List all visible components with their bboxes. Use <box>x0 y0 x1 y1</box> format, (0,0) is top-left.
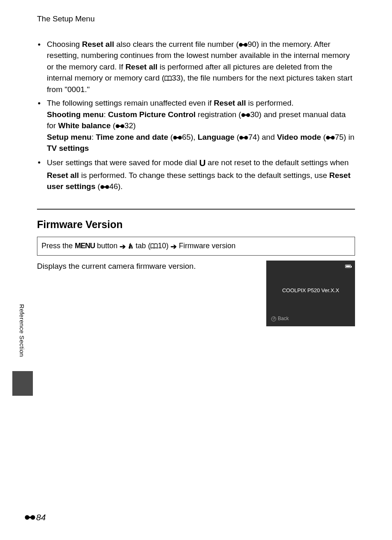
text: registration ( <box>196 110 241 119</box>
ref-number: 90 <box>248 40 256 48</box>
svg-point-9 <box>120 125 124 128</box>
text: ( <box>95 182 100 191</box>
battery-icon <box>345 265 351 268</box>
mode-dial-u-icon: U <box>199 157 205 170</box>
side-section-label: Reference Section <box>17 304 26 357</box>
bold-tv-settings: TV settings <box>47 144 89 152</box>
camera-screen-preview: COOLPIX P520 Ver.X.X ↺ Back <box>266 261 355 326</box>
ref-number: 65 <box>182 133 191 141</box>
bold-reset-all: Reset all <box>47 171 79 180</box>
book-ref: 33 <box>172 74 180 82</box>
ref-number: 75 <box>335 133 344 141</box>
firmware-description: Displays the current camera firmware ver… <box>37 261 259 272</box>
arrow-right-icon: ➔ <box>120 241 126 252</box>
page-header: The Setup Menu <box>37 13 355 25</box>
text: The following settings remain unaffected… <box>47 99 214 107</box>
back-circle-icon: ↺ <box>271 316 276 321</box>
text: ) <box>166 242 171 250</box>
bullet-item-1: Choosing Reset all also clears the curre… <box>38 39 355 95</box>
section-divider <box>37 209 355 210</box>
text: ( <box>168 133 173 141</box>
svg-point-12 <box>178 136 182 139</box>
text: User settings that were saved for mode d… <box>47 158 199 167</box>
text: ( <box>111 121 115 130</box>
text: button <box>95 242 120 250</box>
page-number-value: 84 <box>36 511 46 524</box>
bold-tzd: Time zone and date <box>96 133 168 141</box>
book-ref: 10 <box>158 242 166 250</box>
bold-reset-all: Reset all <box>82 40 114 48</box>
bold-shooting-menu: Shooting menu <box>47 110 104 119</box>
menu-button-label: MENU <box>75 242 95 250</box>
text: are not reset to the default settings wh… <box>205 158 349 167</box>
bullet-item-2: The following settings remain unaffected… <box>38 97 355 154</box>
reference-icon <box>173 135 182 141</box>
bold-video-mode: Video mode <box>277 133 321 141</box>
back-label: Back <box>278 315 289 322</box>
svg-point-21 <box>105 185 109 189</box>
ref-number: 30 <box>250 110 259 119</box>
text: ( <box>235 133 240 141</box>
ref-number: 32 <box>125 121 133 130</box>
navigation-path-box: Press the MENU button ➔ tab (10) ➔ Firmw… <box>37 237 355 256</box>
svg-point-15 <box>244 136 248 139</box>
text: ) <box>133 121 136 130</box>
svg-point-23 <box>25 515 30 519</box>
text: ( <box>321 133 326 141</box>
bold-setup-menu: Setup menu <box>47 133 92 141</box>
back-indicator: ↺ Back <box>271 315 289 322</box>
reference-icon <box>239 42 248 48</box>
svg-point-2 <box>244 43 247 46</box>
svg-point-18 <box>331 136 334 139</box>
text: is performed. <box>246 99 293 107</box>
reference-icon <box>100 184 109 190</box>
text: ), <box>191 133 198 141</box>
text: ) in <box>344 133 354 141</box>
text: Press the <box>42 242 75 250</box>
arrow-right-icon: ➔ <box>171 241 177 252</box>
book-icon <box>164 76 172 81</box>
section-heading-firmware: Firmware Version <box>37 217 355 232</box>
bold-language: Language <box>198 133 235 141</box>
bold-cpc: Custom Picture Control <box>108 110 196 119</box>
text: : <box>104 110 108 119</box>
text: : <box>92 133 96 141</box>
side-tab-marker <box>12 371 33 396</box>
text: ) and <box>257 133 277 141</box>
text: Choosing <box>47 40 82 48</box>
wrench-icon <box>128 242 134 249</box>
reference-icon <box>115 123 125 129</box>
text: also clears the current file number ( <box>114 40 239 48</box>
ref-number: 46 <box>109 182 118 191</box>
text: Firmware version <box>177 242 235 250</box>
firmware-version-text: COOLPIX P520 Ver.X.X <box>266 287 355 295</box>
reference-icon <box>239 135 248 141</box>
page-number: 84 <box>25 511 46 524</box>
bullet-item-3: User settings that were saved for mode d… <box>38 157 355 192</box>
svg-point-6 <box>246 113 250 117</box>
text: ). <box>118 182 123 191</box>
reference-icon <box>241 112 250 118</box>
text: tab ( <box>134 242 150 250</box>
book-icon <box>150 243 158 249</box>
bold-reset-all: Reset all <box>125 62 157 71</box>
ref-number: 74 <box>248 133 257 141</box>
bullet-list: Choosing Reset all also clears the curre… <box>38 39 355 192</box>
text: is performed. To change these settings b… <box>79 171 329 180</box>
bold-reset-all: Reset all <box>214 99 246 107</box>
reference-icon <box>25 514 35 521</box>
reference-icon <box>326 135 335 141</box>
bold-wb: White balance <box>58 121 111 130</box>
svg-point-25 <box>31 515 35 519</box>
